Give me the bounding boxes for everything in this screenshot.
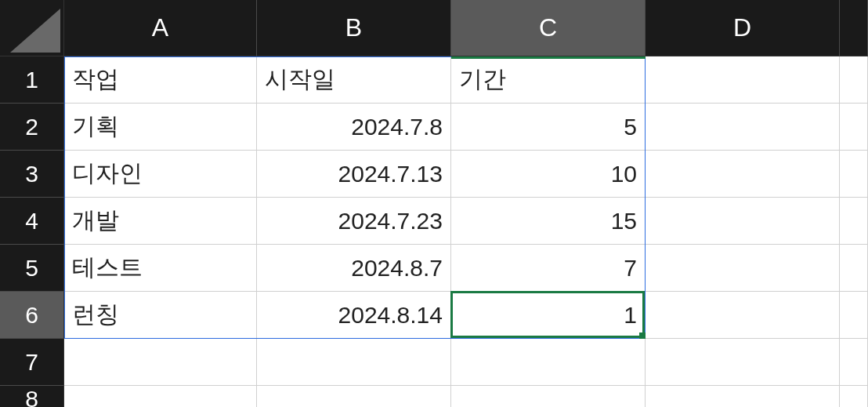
cell-B8[interactable] [257,386,451,407]
cell-C7[interactable] [451,339,646,386]
cell-E2-partial[interactable] [840,104,868,151]
cell-B2[interactable]: 2024.7.8 [257,104,451,151]
cell-C4[interactable]: 15 [451,198,646,245]
row-header-6[interactable]: 6 [0,292,64,339]
col-header-D[interactable]: D [646,0,840,56]
cell-C5[interactable]: 7 [451,245,646,292]
cell-E5-partial[interactable] [840,245,868,292]
cell-C6[interactable]: 1 [451,292,646,339]
cell-B5[interactable]: 2024.8.7 [257,245,451,292]
cell-A6[interactable]: 런칭 [64,292,257,339]
row-header-2[interactable]: 2 [0,104,64,151]
cell-E6-partial[interactable] [840,292,868,339]
cell-A7[interactable] [64,339,257,386]
col-header-C[interactable]: C [451,0,646,56]
cell-D5[interactable] [646,245,840,292]
cell-C1[interactable]: 기간 [451,56,646,104]
cell-A4[interactable]: 개발 [64,198,257,245]
cell-A2[interactable]: 기획 [64,104,257,151]
cell-D6[interactable] [646,292,840,339]
cell-D3[interactable] [646,151,840,198]
select-all-corner[interactable] [0,0,64,56]
cell-A5[interactable]: 테스트 [64,245,257,292]
cell-B3[interactable]: 2024.7.13 [257,151,451,198]
cell-B6[interactable]: 2024.8.14 [257,292,451,339]
cell-E8-partial[interactable] [840,386,868,407]
col-header-A[interactable]: A [64,0,257,56]
cell-D7[interactable] [646,339,840,386]
col-header-E-partial[interactable] [840,0,868,56]
cell-D8[interactable] [646,386,840,407]
cell-E7-partial[interactable] [840,339,868,386]
cell-C3[interactable]: 10 [451,151,646,198]
row-header-8[interactable]: 8 [0,386,64,407]
row-header-3[interactable]: 3 [0,151,64,198]
cell-D4[interactable] [646,198,840,245]
cell-D2[interactable] [646,104,840,151]
cell-A1[interactable]: 작업 [64,56,257,104]
row-header-1[interactable]: 1 [0,56,64,104]
row-header-4[interactable]: 4 [0,198,64,245]
row-header-5[interactable]: 5 [0,245,64,292]
col-header-B[interactable]: B [257,0,451,56]
cell-A3[interactable]: 디자인 [64,151,257,198]
cell-A8[interactable] [64,386,257,407]
cell-B4[interactable]: 2024.7.23 [257,198,451,245]
cell-B7[interactable] [257,339,451,386]
cell-D1[interactable] [646,56,840,104]
cell-E3-partial[interactable] [840,151,868,198]
cell-E1-partial[interactable] [840,56,868,104]
cell-C2[interactable]: 5 [451,104,646,151]
row-header-7[interactable]: 7 [0,339,64,386]
spreadsheet-grid: A B C D 1 작업 시작일 기간 2 기획 2024.7.8 5 3 디자… [0,0,868,407]
cell-B1[interactable]: 시작일 [257,56,451,104]
cell-C8[interactable] [451,386,646,407]
select-all-triangle-icon [10,9,60,53]
cell-E4-partial[interactable] [840,198,868,245]
